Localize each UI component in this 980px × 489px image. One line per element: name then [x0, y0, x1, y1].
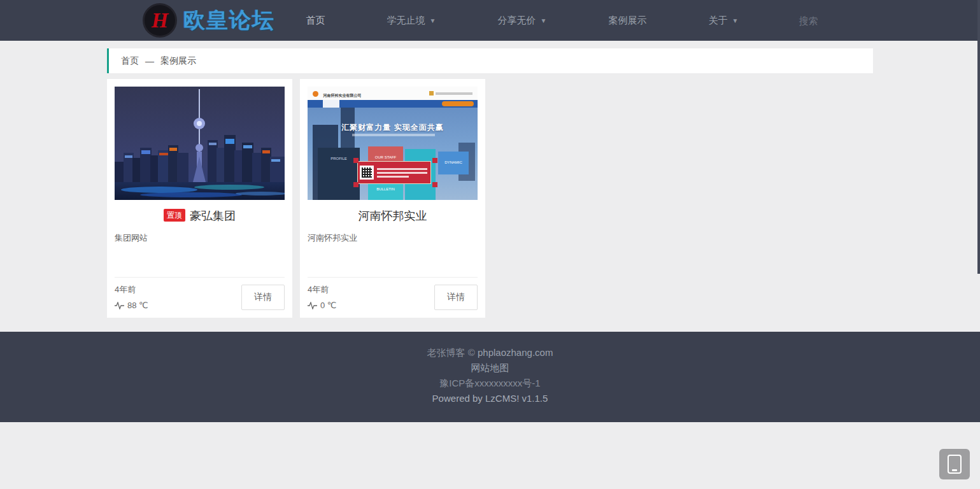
case-card: 置顶豪弘集团 集团网站 4年前 88 ℃ 详情 — [107, 79, 292, 318]
breadcrumb-home-link[interactable]: 首页 — [121, 55, 139, 67]
case-list: 置顶豪弘集团 集团网站 4年前 88 ℃ 详情 — [107, 79, 873, 318]
case-heat: 0 ℃ — [308, 301, 336, 310]
case-title-row: 置顶豪弘集团 — [115, 208, 285, 223]
top-navbar: H 欧皇论坛 首页 学无止境 ▼ 分享无价 ▼ 案例展示 关于 ▼ — [0, 0, 980, 41]
breadcrumb-current: 案例展示 — [160, 55, 196, 67]
case-title-row: 河南怀邦实业 — [308, 208, 478, 223]
qr-code-icon — [360, 166, 374, 180]
site-footer: 老张博客 © phplaozhang.com 网站地图 豫ICP备xxxxxxx… — [0, 332, 980, 422]
chevron-down-icon: ▼ — [430, 17, 436, 24]
pinned-badge: 置顶 — [164, 209, 185, 222]
logo-letter: H — [152, 8, 168, 32]
mini-slogan: 汇聚财富力量 实现全面共赢 — [308, 122, 478, 133]
scrollbar-thumb[interactable] — [977, 0, 980, 274]
case-card-footer: 4年前 0 ℃ 详情 — [308, 277, 478, 318]
shanghai-night-image — [115, 87, 285, 200]
chevron-down-icon: ▼ — [732, 17, 739, 24]
main-nav: 首页 学无止境 ▼ 分享无价 ▼ 案例展示 关于 ▼ — [275, 11, 873, 31]
mini-flag-icon — [429, 91, 434, 96]
nav-item-cases[interactable]: 案例展示 — [607, 11, 648, 31]
case-card: 汇聚财富力量 实现全面共赢 PROFILE OUR STAFF DYNAMIC … — [300, 79, 485, 318]
mini-company-name: 河南怀邦实业有限公司 — [323, 94, 361, 97]
search-input[interactable] — [799, 15, 843, 26]
nav-item-about[interactable]: 关于 ▼ — [707, 11, 740, 31]
case-card-footer: 4年前 88 ℃ 详情 — [115, 277, 285, 318]
nav-item-home[interactable]: 首页 — [305, 11, 327, 31]
case-title[interactable]: 河南怀邦实业 — [359, 209, 427, 222]
mini-tile-dynamic: DYNAMIC — [438, 152, 469, 174]
footer-powered-by: Powered by LzCMS! v1.1.5 — [0, 391, 980, 406]
mini-header: 河南怀邦实业有限公司 — [308, 87, 478, 100]
breadcrumb: 首页 — 案例展示 — [107, 48, 873, 73]
logo-text: 欧皇论坛 — [183, 6, 275, 35]
mini-promo-ribbon — [357, 161, 431, 184]
mini-logo-icon — [313, 91, 318, 97]
case-description: 集团网站 — [115, 232, 285, 277]
pulse-icon — [308, 302, 317, 309]
mobile-phone-icon — [948, 455, 962, 474]
nav-item-sharing[interactable]: 分享无价 ▼ — [497, 11, 548, 31]
breadcrumb-separator: — — [145, 56, 154, 66]
pulse-icon — [115, 302, 124, 309]
case-heat: 88 ℃ — [115, 301, 148, 310]
mobile-view-button[interactable] — [939, 449, 970, 479]
footer-domain-link[interactable]: phplaozhang.com — [478, 347, 553, 358]
huaibang-site-preview: 汇聚财富力量 实现全面共赢 PROFILE OUR STAFF DYNAMIC … — [308, 87, 478, 200]
case-time: 4年前 — [115, 284, 148, 295]
mini-tile-bulletin: BULLETIN — [368, 182, 403, 200]
site-logo[interactable]: H 欧皇论坛 — [143, 3, 275, 38]
mini-navbar — [308, 100, 478, 108]
case-title[interactable]: 豪弘集团 — [190, 209, 236, 222]
footer-sitemap-link[interactable]: 网站地图 — [0, 360, 980, 376]
detail-button[interactable]: 详情 — [434, 285, 478, 310]
case-thumbnail-shanghai[interactable] — [115, 87, 285, 200]
nav-item-learning[interactable]: 学无止境 ▼ — [386, 11, 437, 31]
logo-h-icon: H — [143, 3, 177, 38]
case-time: 4年前 — [308, 284, 336, 295]
scrollbar-track[interactable] — [977, 0, 980, 489]
detail-button[interactable]: 详情 — [241, 285, 285, 310]
footer-icp: 豫ICP备xxxxxxxxxx号-1 — [0, 376, 980, 391]
footer-copyright-line: 老张博客 © phplaozhang.com — [0, 345, 980, 360]
case-description: 河南怀邦实业 — [308, 232, 478, 277]
case-thumbnail-huaibang[interactable]: 汇聚财富力量 实现全面共赢 PROFILE OUR STAFF DYNAMIC … — [308, 87, 478, 200]
chevron-down-icon: ▼ — [541, 17, 547, 24]
mini-tile-profile: PROFILE — [318, 148, 360, 200]
